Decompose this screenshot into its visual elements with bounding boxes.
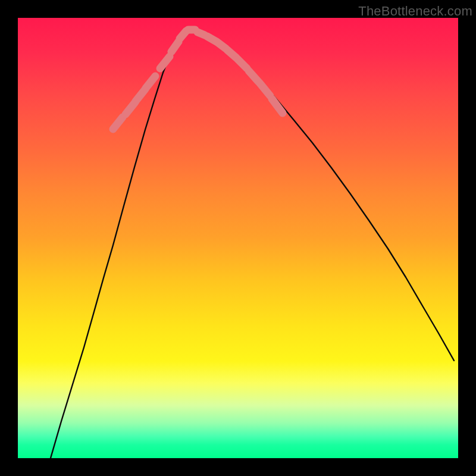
bottleneck-chart (18, 18, 458, 458)
highlight-right-6 (259, 83, 270, 96)
highlight-left-3 (146, 76, 155, 88)
highlight-left-4 (160, 57, 170, 68)
plot-area (18, 18, 458, 458)
highlight-left-5 (171, 42, 178, 52)
highlight-left-0 (113, 117, 123, 129)
watermark-text: TheBottleneck.com (358, 4, 472, 19)
highlight-right-7 (272, 99, 283, 113)
bottleneck-curve (51, 30, 454, 458)
highlight-right-4 (237, 59, 247, 68)
